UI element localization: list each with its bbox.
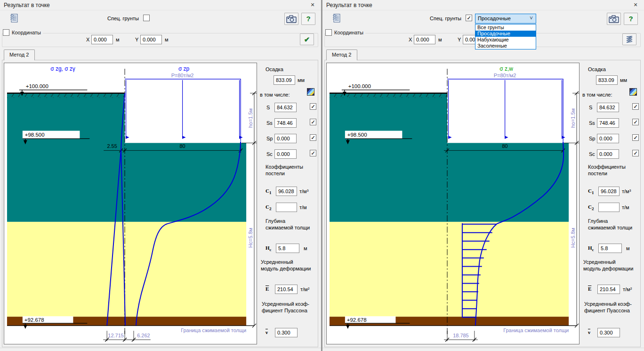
hc-symbol: Hc — [588, 245, 594, 252]
component-s-checkbox[interactable] — [310, 103, 316, 110]
component-sc-field[interactable]: 0.000 — [274, 149, 297, 159]
component-ss-checkbox[interactable] — [632, 119, 639, 125]
c1-field[interactable]: 96.028 — [598, 187, 620, 196]
hc-field[interactable]: 5.8 — [276, 244, 299, 253]
soil-diagram-left: σ zg, σ zγ σ zp P=80т/м2 +100.000 +98.50… — [4, 63, 257, 344]
c2-field[interactable] — [598, 203, 620, 212]
bottom-dim-label: 18.785 — [453, 333, 469, 338]
emod-title: Усредненный — [261, 259, 293, 265]
dropdown-option-subsiding[interactable]: Просадочные — [475, 31, 536, 37]
component-s-label: S — [589, 105, 592, 110]
component-s-label: S — [266, 105, 270, 110]
e-field[interactable]: 210.54 — [275, 285, 298, 294]
report-icon[interactable] — [332, 13, 342, 24]
emod-title-2: модуль деформации — [261, 266, 311, 271]
x-unit: м — [438, 37, 442, 42]
width-dim-label: 80 — [502, 143, 507, 149]
help-button[interactable]: ? — [624, 13, 638, 25]
c2-field[interactable] — [276, 203, 297, 212]
report-icon[interactable] — [9, 13, 20, 24]
component-ss-field[interactable]: 748.46 — [597, 118, 619, 128]
snapshot-button[interactable] — [284, 13, 298, 25]
close-icon[interactable]: × — [308, 0, 317, 9]
component-sp-field[interactable]: 0.000 — [597, 134, 619, 143]
snapshot-button[interactable] — [607, 13, 621, 25]
depth-title: Глубина — [266, 218, 285, 224]
special-soils-checkbox[interactable] — [143, 15, 150, 21]
component-s-checkbox[interactable] — [632, 103, 639, 110]
width-dim-label: 80 — [179, 143, 185, 149]
dropdown-option-saline[interactable]: Засоленные — [475, 43, 536, 49]
coordinates-legend: Координаты — [3, 29, 43, 36]
c2-unit: т/м — [622, 204, 629, 210]
window-bottom-edge — [0, 348, 321, 351]
help-button[interactable]: ? — [301, 13, 315, 25]
hc-dim-label: Hc=5.8м — [248, 228, 253, 248]
emod-title-2: модуль деформации — [583, 266, 633, 271]
x-unit: м — [116, 37, 120, 42]
component-sp-checkbox[interactable] — [632, 134, 639, 141]
component-sp-checkbox[interactable] — [310, 134, 316, 141]
gradient-diagram-icon[interactable] — [307, 88, 314, 96]
close-icon[interactable]: × — [631, 0, 640, 9]
bedding-title-2: постели — [588, 171, 607, 176]
c1-field[interactable]: 96.028 — [276, 187, 297, 196]
dropdown-option-swelling[interactable]: Набухающие — [475, 37, 536, 43]
component-ss-checkbox[interactable] — [310, 119, 316, 125]
settlement-value-field[interactable]: 833.09 — [596, 75, 618, 85]
nu-field[interactable]: 0.300 — [275, 328, 298, 337]
c1-symbol: C1 — [266, 188, 271, 195]
x-input[interactable]: 0.000 — [414, 35, 435, 44]
e-symbol: E — [266, 286, 269, 292]
e-unit: т/м² — [300, 286, 309, 292]
coordinates-label: Координаты — [334, 30, 363, 35]
ho-dim-label: ho=1.5м — [248, 108, 253, 128]
component-sc-label: Sc — [266, 151, 273, 157]
camera-icon — [286, 19, 297, 25]
x-input[interactable]: 0.000 — [91, 35, 113, 44]
bedding-title: Коэффициенты — [588, 164, 626, 170]
soil-type-combobox[interactable]: Просадочные ˅ — [475, 14, 536, 24]
special-soils-checkbox[interactable] — [466, 15, 472, 21]
e-field[interactable]: 210.54 — [597, 285, 620, 294]
component-sc-label: Sc — [589, 151, 595, 157]
dropdown-option-all[interactable]: Все грунты — [475, 24, 536, 31]
component-sc-field[interactable]: 0.000 — [597, 149, 619, 159]
title-bar: Результат в точке × — [0, 0, 321, 10]
tab-method-2[interactable]: Метод 2 — [4, 49, 35, 60]
apply-button[interactable]: ✔ — [300, 33, 314, 45]
settlement-value-field[interactable]: 833.09 — [274, 75, 295, 85]
elev-surface-label: +100.000 — [348, 83, 371, 89]
sigma-load-label: σ zp — [178, 65, 190, 72]
ho-dim-label: ho=1.5м — [570, 108, 576, 128]
emod-title: Усредненный — [583, 259, 616, 265]
spring-settings-button[interactable] — [622, 33, 636, 45]
component-sp-field[interactable]: 0.000 — [274, 134, 297, 143]
poisson-title: Усредненный коэф- — [584, 301, 632, 307]
hc-dim-label: Hc=5.8м — [570, 228, 576, 248]
pressure-label: P=80т/м2 — [494, 73, 516, 78]
hc-field[interactable]: 5.8 — [598, 244, 622, 253]
component-s-field[interactable]: 84.632 — [274, 103, 297, 112]
combobox-value: Просадочные — [478, 16, 511, 21]
coordinates-checkbox[interactable] — [3, 29, 9, 36]
c2-symbol: C2 — [588, 204, 594, 211]
spring-icon — [625, 40, 634, 45]
component-ss-field[interactable]: 748.46 — [274, 118, 297, 128]
component-sc-checkbox[interactable] — [310, 150, 316, 156]
coordinates-checkbox[interactable] — [325, 29, 332, 36]
tab-method-2[interactable]: Метод 2 — [326, 49, 357, 60]
component-s-field[interactable]: 84.632 — [597, 103, 619, 112]
coordinates-legend: Координаты — [325, 29, 365, 36]
soil-diagram-right: σ z,w P=80т/м2 +100.000 +98.500 +92.678 … — [326, 63, 580, 344]
window-title: Результат в точке — [4, 2, 50, 8]
component-sc-checkbox[interactable] — [632, 150, 639, 156]
y-input[interactable]: 0.000 — [140, 35, 162, 44]
nu-field[interactable]: 0.300 — [597, 328, 620, 337]
window-title: Результат в точке — [326, 2, 372, 8]
gradient-diagram-icon[interactable] — [629, 88, 637, 96]
x-label: X — [86, 37, 89, 42]
chevron-down-icon: ˅ — [530, 15, 533, 22]
including-label: в том числе: — [582, 92, 612, 98]
bedding-title: Коэффициенты — [266, 164, 303, 170]
